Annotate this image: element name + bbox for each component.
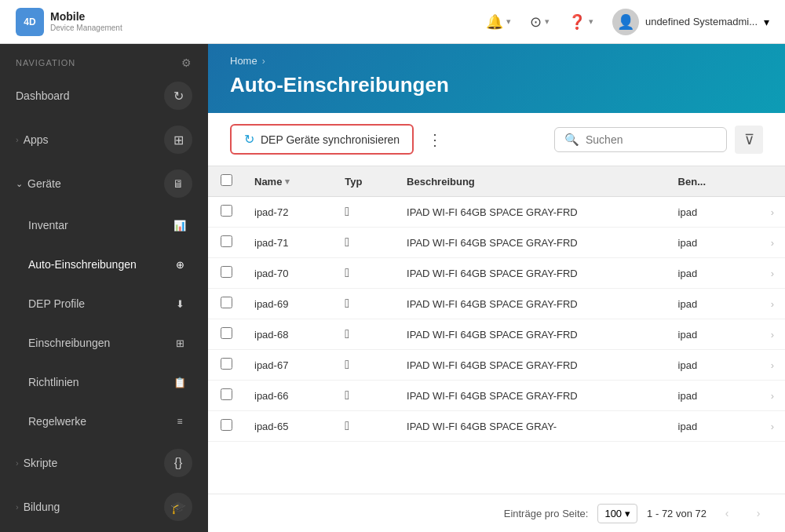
help-chevron: ▾ — [589, 16, 593, 27]
row-checkbox-cell — [208, 411, 243, 442]
top-header: 4D Mobile Device Management 🔔 ▾ ⊙ ▾ ❓ ▾ … — [0, 0, 785, 44]
toolbar: ↻ DEP Geräte synchronisieren ⋮ 🔍 ⊽ — [208, 113, 785, 166]
regelwerke-icon: ≡ — [167, 409, 192, 434]
clock-chevron: ▾ — [545, 16, 550, 27]
sidebar-item-regelwerke[interactable]: Regelwerke ≡ — [0, 402, 208, 441]
per-page-select[interactable]: 100 ▾ — [597, 504, 637, 523]
user-menu[interactable]: 👤 undefined Systemadmi... ▾ — [612, 9, 769, 35]
breadcrumb: Home › — [230, 44, 763, 73]
row-checkbox[interactable] — [221, 266, 232, 278]
row-user: ipad — [667, 228, 746, 258]
row-checkbox-cell — [208, 289, 243, 319]
help-button[interactable]: ❓ ▾ — [568, 13, 593, 31]
row-checkbox[interactable] — [221, 419, 232, 431]
table-row: ipad-72  IPAD WI-FI 64GB SPACE GRAY-FRD… — [208, 197, 785, 228]
row-action[interactable]: › — [745, 381, 785, 411]
apple-icon:  — [345, 235, 349, 249]
bell-icon: 🔔 — [486, 13, 503, 31]
row-name: ipad-66 — [243, 381, 334, 411]
table-row: ipad-67  IPAD WI-FI 64GB SPACE GRAY-FRD… — [208, 350, 785, 381]
row-action[interactable]: › — [745, 258, 785, 289]
user-chevron: ▾ — [764, 16, 769, 28]
row-checkbox[interactable] — [221, 358, 232, 370]
row-action[interactable]: › — [745, 411, 785, 442]
row-description: IPAD WI-FI 64GB SPACE GRAY-FRD — [396, 350, 667, 381]
page-title: Auto-Einschreibungen — [230, 73, 763, 97]
row-type:  — [334, 197, 396, 228]
apple-icon:  — [345, 388, 349, 402]
logo-text: Mobile Device Management — [50, 10, 122, 33]
notification-button[interactable]: 🔔 ▾ — [486, 13, 511, 31]
sync-button[interactable]: ↻ DEP Geräte synchronisieren — [230, 124, 414, 155]
table-row: ipad-71  IPAD WI-FI 64GB SPACE GRAY-FRD… — [208, 228, 785, 258]
sidebar-label-einschreibungen: Einschreibungen — [28, 337, 167, 349]
sidebar-section-label: NAVIGATION ⚙ — [0, 44, 208, 74]
geraete-icon: 🖥 — [164, 169, 192, 198]
row-checkbox-cell — [208, 350, 243, 381]
sidebar-label-richtlinien: Richtlinien — [28, 376, 167, 388]
apple-icon:  — [345, 358, 349, 371]
sidebar-item-geraete[interactable]: ⌄ Geräte 🖥 — [0, 162, 208, 206]
pagination-next-button[interactable]: › — [747, 502, 769, 524]
row-user: ipad — [667, 381, 746, 411]
select-all-checkbox[interactable] — [221, 174, 232, 186]
row-checkbox[interactable] — [221, 327, 232, 339]
geraete-chevron: ⌄ — [16, 179, 23, 189]
sidebar-label-apps: Apps — [19, 133, 164, 146]
search-input[interactable] — [586, 133, 717, 146]
apps-icon: ⊞ — [164, 126, 192, 154]
breadcrumb-home[interactable]: Home — [230, 55, 257, 67]
richtlinien-icon: 📋 — [167, 370, 192, 395]
row-checkbox-cell — [208, 258, 243, 289]
table-row: ipad-68  IPAD WI-FI 64GB SPACE GRAY-FRD… — [208, 319, 785, 350]
sidebar-item-skripte[interactable]: › Skripte {} — [0, 441, 208, 485]
row-type:  — [334, 319, 396, 350]
sidebar-item-inventar[interactable]: Inventar 📊 — [0, 206, 208, 245]
sidebar-item-bildung[interactable]: › Bildung 🎓 — [0, 485, 208, 529]
breadcrumb-separator: › — [262, 56, 265, 67]
row-action[interactable]: › — [745, 350, 785, 381]
filter-button[interactable]: ⊽ — [735, 126, 763, 154]
logo-subtitle: Device Management — [50, 24, 122, 33]
row-checkbox[interactable] — [221, 297, 232, 308]
header-right: 🔔 ▾ ⊙ ▾ ❓ ▾ 👤 undefined Systemadmi... ▾ — [486, 9, 769, 35]
sidebar-item-richtlinien[interactable]: Richtlinien 📋 — [0, 363, 208, 402]
devices-table: Name ▾ Typ Beschreibung Ben... ipad-72 — [208, 166, 785, 442]
row-checkbox[interactable] — [221, 388, 232, 400]
dashboard-icon: ↻ — [164, 82, 192, 110]
row-description: IPAD WI-FI 64GB SPACE GRAY-FRD — [396, 319, 667, 350]
row-type:  — [334, 258, 396, 289]
row-user: ipad — [667, 258, 746, 289]
row-action[interactable]: › — [745, 197, 785, 228]
row-name: ipad-67 — [243, 350, 334, 381]
sidebar-item-benutzer[interactable]: › Benutzer 👤 — [0, 529, 208, 532]
notification-chevron: ▾ — [506, 16, 511, 27]
row-action[interactable]: › — [745, 289, 785, 319]
per-page-value: 100 — [604, 508, 622, 519]
row-action[interactable]: › — [745, 319, 785, 350]
row-user: ipad — [667, 289, 746, 319]
name-column-header[interactable]: Name ▾ — [243, 166, 334, 197]
row-checkbox-cell — [208, 228, 243, 258]
sidebar-label-geraete: Geräte — [23, 177, 164, 190]
sidebar-label-inventar: Inventar — [28, 219, 167, 231]
row-description: IPAD WI-FI 64GB SPACE GRAY-FRD — [396, 228, 667, 258]
clock-button[interactable]: ⊙ ▾ — [530, 13, 550, 31]
sidebar-item-dashboard[interactable]: Dashboard ↻ — [0, 74, 208, 118]
avatar: 👤 — [612, 9, 639, 35]
more-options-button[interactable]: ⋮ — [422, 126, 448, 153]
row-action[interactable]: › — [745, 228, 785, 258]
row-description: IPAD WI-FI 64GB SPACE GRAY-FRD — [396, 197, 667, 228]
sidebar-item-dep-profile[interactable]: DEP Profile ⬇ — [0, 284, 208, 323]
sidebar-item-einschreibungen[interactable]: Einschreibungen ⊞ — [0, 323, 208, 363]
row-name: ipad-65 — [243, 411, 334, 442]
sidebar-item-apps[interactable]: › Apps ⊞ — [0, 118, 208, 162]
apple-icon:  — [345, 266, 349, 279]
sidebar-item-auto-einschreibungen[interactable]: Auto-Einschreibungen ⊕ — [0, 245, 208, 284]
pagination-prev-button[interactable]: ‹ — [716, 502, 738, 524]
table-row: ipad-65  IPAD WI-FI 64GB SPACE GRAY- ip… — [208, 411, 785, 442]
row-checkbox[interactable] — [221, 205, 232, 217]
logo-area: 4D Mobile Device Management — [16, 8, 122, 36]
sidebar-label-dep-profile: DEP Profile — [28, 297, 167, 310]
row-checkbox[interactable] — [221, 235, 232, 247]
